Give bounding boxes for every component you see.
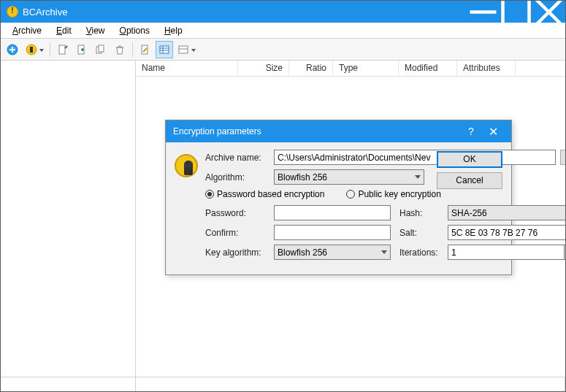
- minimize-button[interactable]: [467, 1, 500, 23]
- confirm-label: Confirm:: [205, 228, 269, 238]
- svg-rect-7: [59, 45, 65, 54]
- dialog-title: Encryption parameters: [173, 126, 460, 137]
- password-label: Password:: [205, 208, 269, 218]
- open-archive-button[interactable]: [23, 41, 40, 58]
- titlebar: BCArchive: [1, 1, 565, 23]
- hash-select[interactable]: SHA-256: [448, 205, 566, 220]
- confirm-input[interactable]: [274, 225, 391, 240]
- iterations-input[interactable]: [448, 245, 565, 260]
- dialog-close-button[interactable]: ✕: [482, 125, 504, 139]
- browse-button[interactable]: ...: [560, 150, 566, 165]
- dialog-help-button[interactable]: ?: [460, 126, 482, 137]
- menu-archive[interactable]: Archive: [5, 24, 49, 37]
- toolbar-separator: [132, 42, 133, 57]
- menu-options[interactable]: Options: [112, 24, 157, 37]
- key-algorithm-label: Key algorithm:: [205, 247, 269, 258]
- chevron-down-icon: [415, 175, 421, 179]
- column-type[interactable]: Type: [333, 61, 399, 76]
- list-view-button[interactable]: [156, 41, 173, 58]
- statusbar: [1, 377, 565, 391]
- svg-rect-6: [30, 47, 33, 53]
- password-input[interactable]: [274, 205, 391, 220]
- properties-button[interactable]: [137, 41, 154, 58]
- close-button[interactable]: [532, 1, 565, 23]
- archive-name-input[interactable]: [274, 150, 556, 165]
- app-title: BCArchive: [23, 7, 467, 18]
- hash-label: Hash:: [399, 208, 443, 218]
- status-right: [136, 377, 565, 391]
- add-folder-button[interactable]: [73, 41, 91, 58]
- salt-label: Salt:: [399, 228, 443, 238]
- encryption-dialog: Encryption parameters ? ✕ Archive name: …: [165, 120, 512, 275]
- delete-button[interactable]: [111, 41, 129, 58]
- column-size[interactable]: Size: [238, 61, 289, 76]
- menu-edit[interactable]: Edit: [49, 24, 79, 37]
- svg-rect-12: [160, 46, 169, 53]
- view-mode-button[interactable]: [175, 41, 192, 58]
- archive-name-label: Archive name:: [205, 153, 269, 163]
- publickey-encryption-radio[interactable]: Public key encryption: [346, 189, 440, 199]
- algorithm-select[interactable]: Blowfish 256: [274, 169, 424, 185]
- column-name[interactable]: Name: [136, 61, 238, 76]
- list-header: Name Size Ratio Type Modified Attributes: [136, 61, 565, 77]
- key-algorithm-select[interactable]: Blowfish 256: [274, 245, 391, 260]
- svg-rect-10: [99, 45, 104, 52]
- svg-rect-1: [503, 0, 529, 25]
- salt-input[interactable]: [448, 225, 566, 240]
- column-ratio[interactable]: Ratio: [289, 61, 333, 76]
- maximize-button[interactable]: [500, 1, 532, 23]
- toolbar-separator: [50, 42, 50, 57]
- add-file-button[interactable]: [54, 41, 72, 58]
- column-attributes[interactable]: Attributes: [457, 61, 516, 76]
- algorithm-label: Algorithm:: [205, 172, 269, 182]
- password-encryption-radio[interactable]: Password based encryption: [205, 189, 324, 199]
- menu-view[interactable]: View: [79, 24, 112, 37]
- column-modified[interactable]: Modified: [399, 61, 457, 76]
- ok-button[interactable]: OK: [437, 151, 502, 168]
- iterations-spinner[interactable]: [448, 245, 566, 260]
- dialog-titlebar: Encryption parameters ? ✕: [166, 120, 511, 142]
- svg-rect-16: [179, 46, 188, 53]
- key-icon: [175, 154, 198, 177]
- tree-pane[interactable]: [1, 61, 136, 377]
- iterations-label: Iterations:: [399, 247, 443, 258]
- status-left: [1, 377, 136, 391]
- new-archive-button[interactable]: [4, 41, 21, 58]
- toolbar: [1, 39, 565, 61]
- copy-button[interactable]: [92, 41, 110, 58]
- cancel-button[interactable]: Cancel: [437, 172, 502, 189]
- menu-help[interactable]: Help: [157, 24, 190, 37]
- chevron-down-icon: [381, 250, 387, 254]
- app-icon: [7, 6, 18, 18]
